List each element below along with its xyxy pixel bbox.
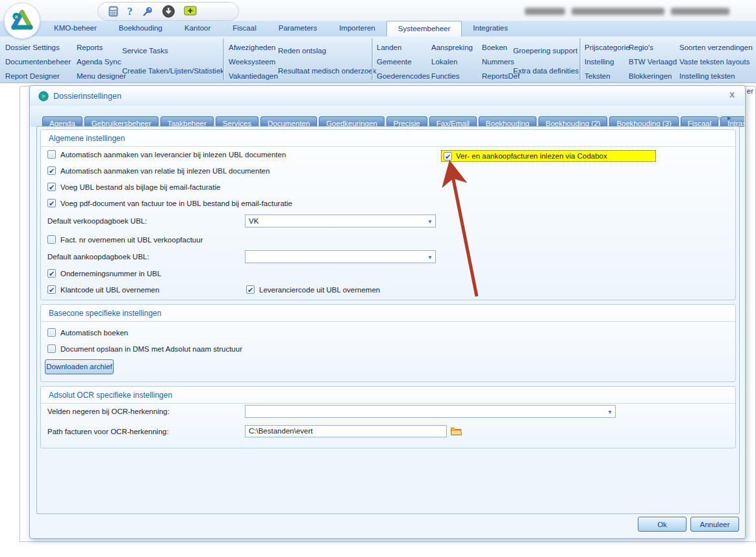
menu-boekhouding[interactable]: Boekhouding <box>108 21 173 36</box>
ribbon-instelling[interactable]: Instelling <box>585 55 630 69</box>
ribbon-soorten-verzendingen[interactable]: Soorten verzendingen <box>679 40 753 55</box>
pin-icon[interactable] <box>142 6 153 18</box>
checkbox-label: Automatisch boeken <box>60 329 128 337</box>
tab-services[interactable]: Services <box>216 116 258 127</box>
ribbon-vakantiedagen[interactable]: Vakantiedagen <box>229 69 278 83</box>
velden-negeren-dropdown[interactable]: ▾ <box>245 405 616 418</box>
downloaden-archief-button[interactable]: Downloaden archief <box>45 359 114 374</box>
menu-parameters[interactable]: Parameters <box>268 21 328 36</box>
checkbox-checked[interactable]: ✔ <box>47 166 56 175</box>
calculator-icon[interactable] <box>108 6 118 17</box>
highlighted-codabox-option[interactable]: ✔ Ver- en aankoopfacturen inlezen via Co… <box>441 150 656 162</box>
ribbon-menu-designer[interactable]: Menu designer <box>77 69 126 83</box>
ribbon-medisch-onderzoek[interactable]: Resultaat medisch onderzoek <box>278 67 377 75</box>
ribbon-reports[interactable]: Reports <box>77 40 126 55</box>
ribbon-reden-ontslag[interactable]: Reden ontslag <box>278 47 377 55</box>
group-adsolut-ocr-instellingen: Adsolut OCR specifieke instellingen Veld… <box>40 386 736 448</box>
tab-boekhouding[interactable]: Boekhouding <box>479 116 536 127</box>
ribbon-service-tasks[interactable]: Service Tasks <box>122 47 224 55</box>
checkbox-row-ubl-bijlage[interactable]: ✔ Voeg UBL bestand als bijlage bij email… <box>47 183 220 191</box>
ribbon-goederencodes[interactable]: Goederencodes <box>377 69 430 83</box>
tab-boekhouding-2[interactable]: Boekhouding (2) <box>538 116 607 127</box>
ok-button[interactable]: Ok <box>638 517 687 532</box>
checkbox-unchecked[interactable] <box>47 235 56 244</box>
ribbon-documentenbeheer[interactable]: Documentenbeheer <box>5 55 71 69</box>
verkoopdagboek-dropdown[interactable]: VK ▾ <box>245 214 436 227</box>
checkbox-unchecked[interactable] <box>47 328 56 337</box>
group-title: Basecone specifieke instellingen <box>41 305 735 322</box>
chevron-down-icon[interactable]: ▾ <box>425 253 435 261</box>
checkbox-row-automatisch-boeken[interactable]: Automatisch boeken <box>47 328 128 337</box>
close-icon[interactable]: x <box>729 89 735 99</box>
download-icon[interactable] <box>162 5 175 18</box>
tab-precisie[interactable]: Precisie <box>386 116 427 127</box>
checkbox-label: Voeg pdf-document van factuur toe in UBL… <box>60 200 292 207</box>
ribbon-creatie-taken[interactable]: Creatie Taken/Lijsten/Statistiek <box>122 67 224 75</box>
checkbox-checked[interactable]: ✔ <box>47 285 56 294</box>
app-logo[interactable]: a <box>4 3 40 39</box>
ribbon-lokalen[interactable]: Lokalen <box>431 55 473 69</box>
tab-documenten[interactable]: Documenten <box>260 116 317 127</box>
folder-browse-icon[interactable] <box>450 425 462 437</box>
tab-taakbeheer[interactable]: Taakbeheer <box>160 116 214 127</box>
ribbon-aanspreking[interactable]: Aanspreking <box>431 40 473 55</box>
ribbon-report-designer[interactable]: Report Designer <box>5 69 71 83</box>
tab-gebruikersbeheer[interactable]: Gebruikersbeheer <box>84 116 158 127</box>
tab-boekhouding-3[interactable]: Boekhouding (3) <box>609 116 678 127</box>
dialog-icon <box>38 91 49 101</box>
checkbox-checked[interactable]: ✔ <box>444 152 452 161</box>
checkbox-row-auto-relatie[interactable]: ✔ Automatisch aanmaken van relatie bij i… <box>47 166 270 175</box>
help-icon[interactable]: ? <box>127 6 132 18</box>
tab-goedkeuringen[interactable]: Goedkeuringen <box>319 116 384 127</box>
ribbon-teksten[interactable]: Teksten <box>585 69 630 83</box>
ribbon-gemeente[interactable]: Gemeente <box>377 55 430 69</box>
menu-systeembeheer[interactable]: Systeembeheer <box>386 21 462 36</box>
ribbon-regios[interactable]: Regio's <box>629 40 677 55</box>
menu-fiscaal[interactable]: Fiscaal <box>221 21 267 36</box>
menu-kantoor[interactable]: Kantoor <box>173 21 221 36</box>
checkbox-row-pdf-document[interactable]: ✔ Voeg pdf-document van factuur toe in U… <box>47 199 292 207</box>
label-velden-negeren: Velden negeren bij OCR-herkenning: <box>47 408 170 415</box>
checkbox-row-leveranciercode[interactable]: ✔ Leveranciercode uit UBL overnemen <box>246 285 380 294</box>
checkbox-checked[interactable]: ✔ <box>47 199 56 207</box>
menu-importeren[interactable]: Importeren <box>328 21 386 36</box>
aankoopdagboek-dropdown[interactable]: ▾ <box>245 250 436 263</box>
menu-kmo-beheer[interactable]: KMO-beheer <box>43 21 108 36</box>
checkbox-row-ondernemingsnummer[interactable]: ✔ Ondernemingsnummer in UBL <box>47 269 161 278</box>
ribbon-extra-data-definities[interactable]: Extra data definities <box>513 67 579 75</box>
ribbon-instelling-teksten[interactable]: Instelling teksten <box>679 69 753 83</box>
ribbon-functies[interactable]: Functies <box>431 69 473 83</box>
ribbon-afwezigheden[interactable]: Afwezigheden <box>229 40 278 55</box>
checkbox-row-auto-leverancier[interactable]: Automatisch aanmaken van leverancier bij… <box>47 150 286 159</box>
tab-scroll-right-icon[interactable]: ► <box>726 114 738 122</box>
annuleer-button[interactable]: Annuleer <box>690 517 739 532</box>
chevron-down-icon[interactable]: ▾ <box>605 408 615 415</box>
chevron-down-icon[interactable]: ▾ <box>425 218 435 225</box>
tab-scroll-left-icon[interactable]: ◄ <box>714 114 726 122</box>
screen-add-icon[interactable] <box>184 6 197 17</box>
ribbon-agenda-sync[interactable]: Agenda Sync <box>77 55 126 69</box>
ribbon-prijscategorie[interactable]: Prijscategorie <box>585 40 630 55</box>
menu-integraties[interactable]: Integraties <box>462 21 519 36</box>
ribbon-groepering-support[interactable]: Groepering support <box>513 47 579 55</box>
checkbox-row-factnr[interactable]: Fact. nr overnemen uit UBL verkoopfactuu… <box>47 235 203 244</box>
checkbox-checked[interactable]: ✔ <box>246 285 255 294</box>
tab-fiscaal[interactable]: Fiscaal <box>681 116 718 127</box>
checkbox-row-dms-opslaan[interactable]: Document opslaan in DMS met Adsolut naam… <box>47 344 242 353</box>
ribbon: Dossier Settings Documentenbeheer Report… <box>0 36 756 83</box>
checkbox-unchecked[interactable] <box>47 150 56 159</box>
path-facturen-input[interactable]: C:\Bestanden\evert <box>245 425 447 437</box>
ribbon-weeksysteem[interactable]: Weeksysteem <box>229 55 278 69</box>
ribbon-landen[interactable]: Landen <box>377 40 430 55</box>
tab-fax-email[interactable]: Fax/Email <box>429 116 477 127</box>
checkbox-checked[interactable]: ✔ <box>47 183 56 191</box>
checkbox-checked[interactable]: ✔ <box>47 269 56 278</box>
dialog-title-bar[interactable]: Dossierinstellingen <box>31 86 744 106</box>
checkbox-row-klantcode[interactable]: ✔ Klantcode uit UBL overnemen <box>47 285 159 294</box>
checkbox-unchecked[interactable] <box>47 344 56 353</box>
tab-agenda[interactable]: Agenda <box>42 116 82 127</box>
ribbon-vaste-teksten-layouts[interactable]: Vaste teksten layouts <box>679 55 753 69</box>
ribbon-blokkeringen[interactable]: Blokkeringen <box>629 69 677 83</box>
ribbon-btw-verlaagd[interactable]: BTW Verlaagd <box>629 55 677 69</box>
ribbon-dossier-settings[interactable]: Dossier Settings <box>5 40 71 55</box>
